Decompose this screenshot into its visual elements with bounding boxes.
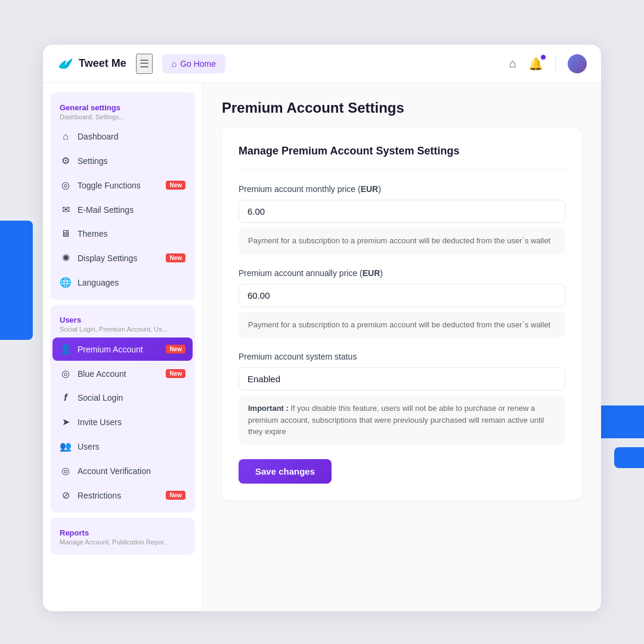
reports-section: Reports Manage Account, Publication Repo… (50, 518, 195, 555)
annually-label-text: Premium account annually price ( (239, 268, 363, 278)
email-icon: ✉ (60, 204, 72, 215)
hamburger-icon: ☰ (140, 58, 149, 70)
system-status-group: Premium account system status Enabled Di… (239, 352, 565, 445)
settings-icon: ⚙ (60, 155, 72, 166)
monthly-currency: EUR (361, 184, 379, 194)
nav-divider (555, 57, 556, 71)
sidebar-item-label: Blue Account (78, 369, 160, 379)
go-home-button[interactable]: ⌂ Go Home (162, 54, 225, 73)
main-window: Tweet Me ☰ ⌂ Go Home ⌂ 🔔 General setting (43, 45, 601, 611)
sidebar-item-dashboard[interactable]: ⌂ Dashboard (52, 125, 193, 148)
new-badge: New (166, 491, 185, 500)
sidebar-item-label: Dashboard (78, 132, 185, 141)
users-section: Users Social Login, Premium Account, Us.… (50, 305, 195, 513)
card-title: Manage Premium Account System Settings (239, 145, 565, 170)
general-section-subtitle: Dashboard, Settings... (60, 113, 185, 120)
sidebar-item-label: Users (78, 442, 185, 451)
sidebar-item-settings[interactable]: ⚙ Settings (52, 149, 193, 172)
status-hint-text: If you disable this feature, users will … (248, 404, 544, 436)
annually-currency: EUR (363, 268, 380, 278)
app-logo-text: Tweet Me (79, 57, 126, 70)
sidebar-item-label: Social Login (78, 393, 185, 402)
new-badge: New (166, 345, 185, 354)
hamburger-button[interactable]: ☰ (136, 54, 153, 74)
sidebar-item-users[interactable]: 👥 Users (52, 435, 193, 458)
sidebar-item-social-login[interactable]: f Social Login (52, 386, 193, 409)
logo-bird-icon (57, 57, 74, 70)
users-section-title: Users (60, 315, 185, 324)
monthly-price-group: Premium account monthly price (EUR) Paym… (239, 184, 565, 254)
languages-icon: 🌐 (60, 277, 72, 288)
monthly-price-label: Premium account monthly price (EUR) (239, 184, 565, 194)
sidebar-item-label: Restrictions (78, 491, 160, 500)
reports-section-header: Reports Manage Account, Publication Repo… (52, 522, 193, 548)
avatar[interactable] (568, 54, 587, 73)
home-icon: ⌂ (172, 59, 177, 69)
sidebar-item-toggle-functions[interactable]: ◎ Toggle Functions New (52, 174, 193, 197)
reports-section-title: Reports (60, 528, 185, 537)
users-section-header: Users Social Login, Premium Account, Us.… (52, 309, 193, 335)
sidebar-item-themes[interactable]: 🖥 Themes (52, 222, 193, 245)
users-icon: 👥 (60, 441, 72, 452)
sidebar-item-label: Account Verification (78, 466, 185, 476)
display-icon: ✺ (60, 252, 72, 264)
navbar: Tweet Me ☰ ⌂ Go Home ⌂ 🔔 (43, 45, 601, 83)
nav-right-area: ⌂ 🔔 (509, 54, 587, 73)
save-changes-button[interactable]: Save changes (239, 459, 332, 484)
sidebar-item-label: Toggle Functions (78, 181, 160, 190)
system-status-label: Premium account system status (239, 352, 565, 361)
general-section-header: General settings Dashboard, Settings... (52, 97, 193, 123)
annually-price-hint: Payment for a subscription to a premium … (239, 312, 565, 338)
general-settings-section: General settings Dashboard, Settings... … (50, 92, 195, 300)
new-badge: New (166, 253, 185, 262)
themes-icon: 🖥 (60, 228, 72, 239)
notification-badge (541, 55, 546, 60)
main-content: Premium Account Settings Manage Premium … (203, 83, 601, 611)
bell-nav-icon[interactable]: 🔔 (528, 57, 543, 71)
sidebar-item-label: Display Settings (78, 253, 160, 263)
sidebar-item-premium-account[interactable]: 👤 Premium Account New (52, 338, 193, 361)
general-section-title: General settings (60, 103, 185, 112)
sidebar-item-blue-account[interactable]: ◎ Blue Account New (52, 362, 193, 385)
users-section-subtitle: Social Login, Premium Account, Us... (60, 326, 185, 333)
annually-price-input[interactable] (239, 284, 565, 307)
system-status-hint: Important : If you disable this feature,… (239, 395, 565, 445)
page-title: Premium Account Settings (222, 100, 582, 116)
new-badge: New (166, 181, 185, 190)
monthly-price-input[interactable] (239, 200, 565, 223)
sidebar-item-label: Invite Users (78, 417, 185, 427)
verification-icon: ◎ (60, 465, 72, 476)
sidebar-item-email-settings[interactable]: ✉ E-Mail Settings (52, 198, 193, 221)
monthly-price-hint: Payment for a subscription to a premium … (239, 228, 565, 254)
important-label: Important : (248, 404, 289, 413)
restrictions-icon: ⊘ (60, 490, 72, 501)
logo-area: Tweet Me (57, 57, 126, 70)
home-nav-icon[interactable]: ⌂ (509, 57, 516, 70)
blue-decoration-right-top (596, 405, 644, 438)
sidebar-item-label: Themes (78, 229, 185, 239)
go-home-label: Go Home (180, 59, 216, 69)
sidebar-item-label: Settings (78, 156, 185, 166)
sidebar-item-languages[interactable]: 🌐 Languages (52, 271, 193, 294)
new-badge: New (166, 369, 185, 378)
invite-icon: ➤ (60, 416, 72, 428)
sidebar-item-label: Premium Account (78, 345, 160, 354)
sidebar-item-label: Languages (78, 278, 185, 287)
sidebar-item-invite-users[interactable]: ➤ Invite Users (52, 410, 193, 434)
toggle-icon: ◎ (60, 179, 72, 191)
blue-decoration-right-bottom (614, 447, 644, 468)
content-area: General settings Dashboard, Settings... … (43, 83, 601, 611)
system-status-select[interactable]: Enabled Disabled (239, 367, 565, 391)
social-login-icon: f (60, 392, 72, 403)
blue-decoration-left (0, 221, 33, 340)
blue-account-icon: ◎ (60, 368, 72, 379)
dashboard-icon: ⌂ (60, 131, 72, 142)
annually-price-group: Premium account annually price (EUR) Pay… (239, 268, 565, 338)
sidebar: General settings Dashboard, Settings... … (43, 83, 203, 611)
sidebar-item-label: E-Mail Settings (78, 205, 185, 215)
sidebar-item-display-settings[interactable]: ✺ Display Settings New (52, 246, 193, 270)
sidebar-item-account-verification[interactable]: ◎ Account Verification (52, 459, 193, 482)
premium-icon: 👤 (60, 343, 72, 355)
sidebar-item-restrictions[interactable]: ⊘ Restrictions New (52, 484, 193, 507)
monthly-label-text: Premium account monthly price ( (239, 184, 361, 194)
